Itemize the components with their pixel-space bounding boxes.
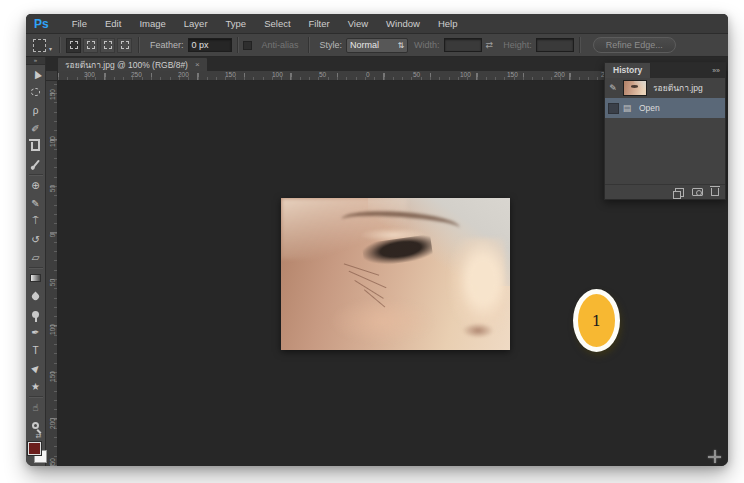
dodge-tool[interactable] xyxy=(27,305,45,323)
swap-dimensions-icon[interactable]: ⇄ xyxy=(486,40,494,50)
eraser-tool[interactable]: ▱ xyxy=(27,248,45,266)
move-tool[interactable]: ▶ xyxy=(27,65,45,83)
antialias-checkbox[interactable] xyxy=(243,41,252,50)
clone-stamp-tool[interactable]: ⍑ xyxy=(27,212,45,230)
type-tool-icon: T xyxy=(32,345,38,356)
width-input[interactable] xyxy=(444,38,482,52)
menu-item-file[interactable]: File xyxy=(63,14,96,34)
add-to-selection-button[interactable] xyxy=(83,38,98,53)
tab-close-icon[interactable]: × xyxy=(195,60,200,69)
hruler-label: 250 xyxy=(131,71,142,78)
crop-tool-icon xyxy=(31,142,40,151)
menu-items: FileEditImageLayerTypeSelectFilterViewWi… xyxy=(63,14,467,34)
menu-item-type[interactable]: Type xyxy=(217,14,256,34)
hruler-label: 300 xyxy=(84,71,95,78)
add-to-selection-icon xyxy=(87,41,95,49)
photoshop-logo: Ps xyxy=(34,17,49,31)
hand-tool-icon: ☝ xyxy=(32,402,38,413)
delete-state-icon[interactable] xyxy=(711,188,719,196)
vertical-ruler[interactable]: 15010050050100150200250 xyxy=(46,81,58,466)
vruler-label: 50 xyxy=(49,182,56,196)
options-separator xyxy=(579,37,580,53)
path-selection-tool[interactable]: ▶ xyxy=(27,359,45,377)
vruler-label: 100 xyxy=(49,323,56,337)
lasso-tool[interactable]: ρ xyxy=(27,101,45,119)
foreground-color-swatch[interactable] xyxy=(28,442,41,455)
hruler-label: 0 xyxy=(366,71,370,78)
menu-item-filter[interactable]: Filter xyxy=(300,14,339,34)
marquee-tool[interactable] xyxy=(27,83,45,101)
quick-selection-tool-icon: ✐ xyxy=(31,123,39,134)
intersect-selection-button[interactable] xyxy=(117,38,132,53)
gradient-tool[interactable] xyxy=(27,269,45,287)
spot-healing-tool-icon: ⊕ xyxy=(31,180,39,191)
style-label: Style: xyxy=(320,40,343,50)
vruler-label: 50 xyxy=(49,276,56,290)
document-tab-title: รอยตีนกา.jpg @ 100% (RGB/8#) xyxy=(65,58,188,72)
marquee-tool-icon xyxy=(31,88,40,96)
refine-edge-button[interactable]: Refine Edge... xyxy=(593,37,676,53)
toolbar-collapse-icon[interactable]: » xyxy=(26,57,45,65)
quick-selection-tool[interactable]: ✐ xyxy=(27,119,45,137)
ruler-corner xyxy=(46,71,58,81)
annotation-step-number: 1 xyxy=(592,312,602,330)
vruler-label: 100 xyxy=(49,135,56,149)
subtract-from-selection-button[interactable] xyxy=(100,38,115,53)
swap-colors-icon[interactable]: ⇄ xyxy=(36,432,42,440)
color-swatches: ⇄ xyxy=(26,436,46,466)
document-image[interactable] xyxy=(281,198,510,350)
menu-item-help[interactable]: Help xyxy=(429,14,467,34)
history-entry-open[interactable]: ▤Open xyxy=(605,98,725,118)
dodge-tool-icon xyxy=(32,311,39,318)
pen-tool[interactable]: ✒ xyxy=(27,323,45,341)
menu-item-select[interactable]: Select xyxy=(255,14,299,34)
crop-tool[interactable] xyxy=(27,137,45,155)
style-dropdown-arrows: ⇅ xyxy=(397,41,404,50)
brush-tool[interactable]: ✎ xyxy=(27,194,45,212)
menu-item-edit[interactable]: Edit xyxy=(96,14,130,34)
menu-item-window[interactable]: Window xyxy=(377,14,429,34)
hand-tool[interactable]: ☝ xyxy=(27,398,45,416)
history-state-icon: ▤ xyxy=(619,103,635,113)
history-brush-tool[interactable]: ↺ xyxy=(27,230,45,248)
height-label: Height: xyxy=(503,40,532,50)
lasso-tool-icon: ρ xyxy=(33,105,39,116)
tool-preset-dropdown-arrow[interactable]: ▾ xyxy=(49,45,52,52)
selection-mode-buttons xyxy=(65,38,133,53)
hruler-label: 200 xyxy=(178,71,189,78)
tool-preset-icon[interactable] xyxy=(33,39,46,52)
hruler-label: 150 xyxy=(225,71,236,78)
menu-item-image[interactable]: Image xyxy=(130,14,174,34)
hruler-label: 100 xyxy=(272,71,283,78)
feather-input[interactable]: 0 px xyxy=(188,38,232,52)
horizontal-ruler[interactable]: 35030025020015010050050100150200250 xyxy=(58,71,604,81)
new-snapshot-icon[interactable] xyxy=(692,188,703,196)
eyedropper-tool-icon xyxy=(32,160,40,169)
new-document-from-state-icon[interactable] xyxy=(675,188,684,197)
history-source-well[interactable] xyxy=(608,103,619,114)
history-panel-tab[interactable]: History xyxy=(605,63,651,78)
custom-shape-tool[interactable]: ★ xyxy=(27,377,45,395)
history-entries: ✎รอยตีนกา.jpg▤Open xyxy=(605,78,725,118)
eraser-tool-icon: ▱ xyxy=(32,252,40,263)
eyedropper-tool[interactable] xyxy=(27,155,45,173)
options-separator xyxy=(308,37,309,53)
history-brush-source-icon[interactable]: ✎ xyxy=(605,83,621,93)
menu-item-layer[interactable]: Layer xyxy=(175,14,217,34)
menu-item-view[interactable]: View xyxy=(339,14,377,34)
zoom-tool-icon xyxy=(32,422,39,429)
type-tool[interactable]: T xyxy=(27,341,45,359)
history-entry-snapshot[interactable]: ✎รอยตีนกา.jpg xyxy=(605,78,725,98)
style-dropdown-value: Normal xyxy=(350,40,379,50)
pen-tool-icon: ✒ xyxy=(31,327,39,338)
height-input[interactable] xyxy=(536,38,574,52)
intersect-selection-icon xyxy=(121,41,129,49)
document-tab[interactable]: รอยตีนกา.jpg @ 100% (RGB/8#) × xyxy=(57,57,208,71)
new-selection-icon xyxy=(70,41,78,49)
blur-tool[interactable] xyxy=(27,287,45,305)
new-selection-button[interactable] xyxy=(66,38,81,53)
spot-healing-tool[interactable]: ⊕ xyxy=(27,176,45,194)
style-dropdown[interactable]: Normal ⇅ xyxy=(346,38,408,53)
gradient-tool-icon xyxy=(30,274,41,282)
panel-collapse-icon[interactable]: »» xyxy=(712,67,725,74)
